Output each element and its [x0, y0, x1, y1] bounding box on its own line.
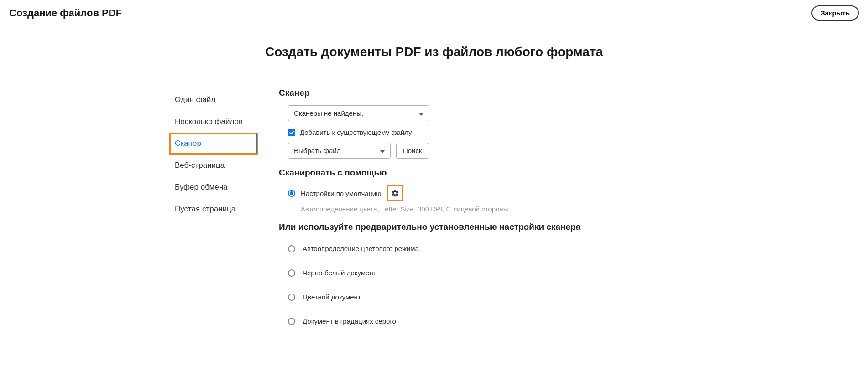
- tab-label: Один файл: [175, 95, 215, 104]
- main-title: Создать документы PDF из файлов любого ф…: [0, 45, 868, 59]
- file-select-row: Выбрать файл Поиск: [288, 143, 699, 159]
- search-button[interactable]: Поиск: [396, 143, 429, 159]
- preset-radio-grayscale[interactable]: [288, 318, 295, 325]
- scanner-select[interactable]: Сканеры не найдены.: [288, 105, 429, 121]
- tab-label: Пустая страница: [175, 205, 235, 213]
- preset-row-color: Цветной документ: [288, 293, 699, 301]
- preset-label: Цветной документ: [303, 293, 361, 301]
- tab-blank-page[interactable]: Пустая страница: [169, 198, 258, 220]
- append-checkbox-row: Добавить к существующему файлу: [288, 129, 699, 136]
- scanner-heading: Сканер: [279, 88, 699, 98]
- chevron-down-icon: [419, 109, 424, 117]
- tab-label: Веб-страница: [175, 161, 225, 170]
- settings-gear-button[interactable]: [387, 185, 403, 201]
- append-checkbox-label: Добавить к существующему файлу: [300, 129, 412, 136]
- tab-clipboard[interactable]: Буфер обмена: [169, 176, 258, 198]
- scanner-panel: Сканер Сканеры не найдены. Добавить к су…: [258, 84, 699, 341]
- gear-icon: [391, 189, 399, 197]
- preset-label: Черно-белый документ: [303, 269, 376, 277]
- default-settings-radio[interactable]: [288, 190, 295, 197]
- append-checkbox[interactable]: [288, 129, 295, 136]
- page-title: Создание файлов PDF: [9, 7, 122, 19]
- tab-web-page[interactable]: Веб-страница: [169, 155, 258, 176]
- scanner-select-value: Сканеры не найдены.: [294, 109, 363, 117]
- default-settings-label: Настройки по умолчанию: [301, 190, 382, 197]
- preset-radio-color[interactable]: [288, 294, 295, 301]
- default-settings-row: Настройки по умолчанию: [288, 185, 699, 201]
- file-select[interactable]: Выбрать файл: [288, 143, 391, 159]
- chevron-down-icon: [380, 147, 385, 155]
- tab-label: Сканер: [175, 139, 201, 148]
- check-icon: [289, 130, 294, 135]
- file-select-value: Выбрать файл: [294, 147, 340, 155]
- default-settings-hint: Автоопределение цвета, Letter Size, 300 …: [301, 205, 699, 213]
- presets-heading: Или используйте предварительно установле…: [279, 222, 699, 232]
- scanner-select-row: Сканеры не найдены.: [288, 105, 699, 121]
- scan-with-heading: Сканировать с помощью: [279, 168, 699, 178]
- content-area: Один файл Несколько файлов Сканер Веб-ст…: [0, 84, 868, 341]
- tab-label: Буфер обмена: [175, 183, 228, 191]
- content-inner: Один файл Несколько файлов Сканер Веб-ст…: [169, 84, 699, 341]
- tab-label: Несколько файлов: [175, 117, 243, 126]
- preset-radio-auto-color[interactable]: [288, 245, 295, 252]
- preset-row-auto-color: Автоопределение цветового режима: [288, 245, 699, 252]
- tabs-list: Один файл Несколько файлов Сканер Веб-ст…: [169, 84, 258, 341]
- preset-row-bw: Черно-белый документ: [288, 269, 699, 277]
- tab-multiple-files[interactable]: Несколько файлов: [169, 111, 258, 133]
- header: Создание файлов PDF Закрыть: [0, 0, 868, 27]
- close-button[interactable]: Закрыть: [811, 5, 859, 21]
- tab-scanner[interactable]: Сканер: [169, 133, 258, 155]
- preset-row-grayscale: Документ в градациях серого: [288, 317, 699, 325]
- tab-single-file[interactable]: Один файл: [169, 89, 258, 111]
- preset-label: Документ в градациях серого: [303, 317, 396, 325]
- preset-label: Автоопределение цветового режима: [303, 245, 419, 252]
- preset-radio-bw[interactable]: [288, 269, 295, 277]
